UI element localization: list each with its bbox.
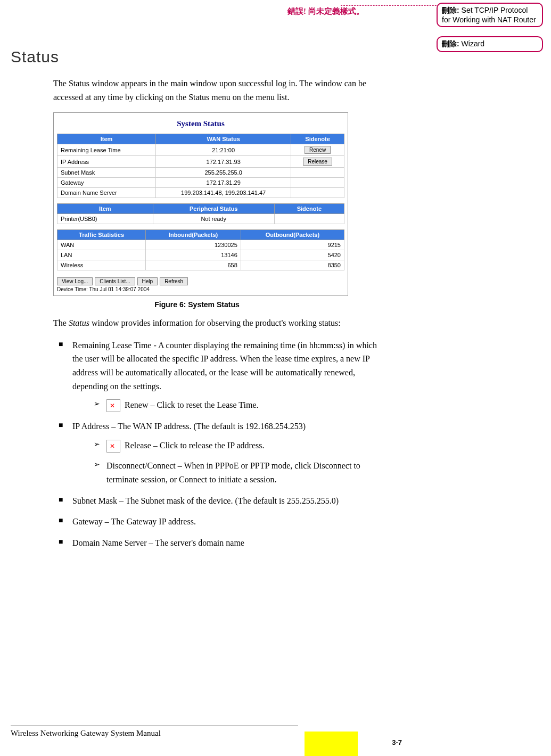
bullet-subnet: Subnet Mask – The Subnet mask of the dev… [59,494,378,508]
help-button[interactable]: Help [137,277,158,285]
sub-disconnect: Disconnect/Connect – When in PPPoE or PP… [94,459,378,486]
annotation-text: Wizard [459,39,484,48]
view-log-button[interactable]: View Log... [57,277,93,285]
table-row: Wireless6588350 [57,260,344,270]
figure-button-row: View Log... Clients List... Help Refresh [57,276,344,285]
table-row: WAN12300259215 [57,240,344,250]
yellow-highlight-block [305,732,358,756]
annotation-box-2: 刪除: Wizard [437,36,543,52]
table-row: Domain Name Server199.203.141.48, 199.20… [57,188,344,198]
release-button[interactable]: Release [303,158,332,166]
table-row: Gateway172.17.31.29 [57,178,344,188]
intro-paragraph: The Status window appears in the main wi… [53,77,378,104]
footer-text: Wireless Networking Gateway System Manua… [11,729,161,737]
page-number: 3-7 [392,738,402,746]
system-status-figure: System Status Item WAN Status Sidenote R… [53,112,348,296]
annotation-label: 刪除: [442,39,459,48]
status-em: Status [69,318,89,327]
bullet-dns: Domain Name Server – The server's domain… [59,536,378,550]
table-row: Remaining Lease Time21:21:00Renew [57,144,344,156]
table-row: Printer(USB0)Not ready [57,214,344,224]
device-time-text: Device Time: Thu Jul 01 14:39:07 2004 [57,286,344,292]
sub-renew: Renew – Click to reset the Lease Time. [94,398,378,412]
bullet-lease-time: Remaining Lease Time - A counter display… [59,339,378,413]
refresh-button[interactable]: Refresh [160,277,188,285]
broken-image-icon [106,440,120,453]
header-error-text: 錯誤! 尚未定義樣式。 [287,6,364,17]
traffic-stats-table: Traffic Statistics Inbound(Packets) Outb… [57,229,344,270]
sub-release: Release – Click to release the IP addres… [94,439,378,453]
table-row: LAN131465420 [57,250,344,260]
broken-image-icon [106,399,120,412]
annotation-box-1: 刪除: Set TCP/IP Protocol for Working with… [437,3,543,27]
wan-status-table: Item WAN Status Sidenote Remaining Lease… [57,134,344,198]
wan-h2: WAN Status [156,134,291,144]
figure-inner-title: System Status [57,119,344,128]
annotation-label: 刪除: [442,6,459,14]
bullet-gateway: Gateway – The Gateway IP address. [59,515,378,529]
page-title: Status [11,48,378,66]
peripheral-status-table: Item Peripheral Status Sidenote Printer(… [57,203,344,224]
bullet-ip-address: IP Address – The WAN IP address. (The de… [59,420,378,486]
footer-rule [11,726,298,726]
wan-h1: Item [57,134,156,144]
table-row: IP Address172.17.31.93Release [57,156,344,168]
table-row: Subnet Mask255.255.255.0 [57,168,344,178]
wan-h3: Sidenote [291,134,344,144]
annotation-connector [341,5,447,6]
figure-caption: Figure 6: System Status [53,300,341,309]
renew-button[interactable]: Renew [305,146,331,154]
clients-list-button[interactable]: Clients List... [95,277,135,285]
after-figure-paragraph: The Status window provides information f… [53,316,378,330]
